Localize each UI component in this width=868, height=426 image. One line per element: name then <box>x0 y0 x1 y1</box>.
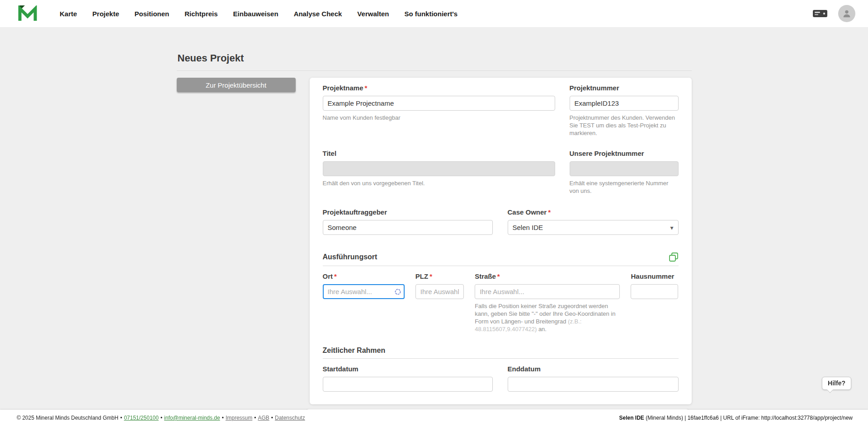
titel-input <box>323 161 555 176</box>
section-title-ausfuehrungsort: Ausführungsort <box>323 253 377 261</box>
projektname-helper: Name vom Kunden festlegbar <box>323 114 555 122</box>
projektauftraggeber-label: Projektauftraggeber <box>323 208 493 216</box>
footer-email-link[interactable]: info@mineral-minds.de <box>164 415 220 421</box>
hausnummer-input[interactable] <box>631 284 678 299</box>
user-avatar[interactable] <box>838 5 855 22</box>
unsere-projektnummer-input <box>570 161 679 176</box>
plz-label: PLZ* <box>415 272 464 281</box>
case-owner-value: Selen IDE <box>513 224 543 231</box>
unsere-projektnummer-helper: Erhält eine systemgenerierte Nummer von … <box>570 179 679 195</box>
titel-label: Titel <box>323 150 555 158</box>
loading-spinner-icon <box>394 288 401 297</box>
main-area: Neues Projekt Zur Projektübersicht Proje… <box>0 27 868 410</box>
hausnummer-label: Hausnummer <box>631 272 678 281</box>
required-asterisk: * <box>429 272 432 280</box>
startdatum-input[interactable] <box>323 377 493 392</box>
person-icon <box>842 9 852 19</box>
projektauftraggeber-input[interactable] <box>323 220 493 235</box>
ort-input[interactable] <box>323 284 405 299</box>
footer-datenschutz-link[interactable]: Datenschutz <box>275 415 305 421</box>
mineral-minds-logo[interactable] <box>18 5 37 22</box>
section-divider <box>323 266 679 266</box>
strasse-helper: Falls die Position keiner Straße zugeord… <box>475 302 620 333</box>
project-overview-button[interactable]: Zur Projektübersicht <box>177 78 296 92</box>
titel-helper: Erhält den von uns vorgegebenen Titel. <box>323 179 555 187</box>
projektname-input[interactable] <box>323 96 555 111</box>
nav-item-analyse-check[interactable]: Analyse Check <box>294 10 342 18</box>
nav-item-verwalten[interactable]: Verwalten <box>357 10 389 18</box>
footer: © 2025 Mineral Minds Deutschland GmbH • … <box>0 410 868 426</box>
projektnummer-label: Projektnummer <box>570 84 679 92</box>
footer-copyright: © 2025 Mineral Minds Deutschland GmbH <box>17 415 118 421</box>
projektnummer-input[interactable] <box>570 96 679 111</box>
unsere-projektnummer-label: Unsere Projektnummer <box>570 150 679 158</box>
footer-session-info: Selen IDE (Mineral Minds) | 16fae1ffc6a6… <box>619 415 853 421</box>
duplicate-location-icon[interactable] <box>669 252 679 262</box>
chevron-down-icon: ▾ <box>670 225 673 231</box>
ort-label: Ort* <box>323 272 405 281</box>
section-title-zeitlicher-rahmen: Zeitlicher Rahmen <box>323 346 386 355</box>
enddatum-label: Enddatum <box>508 365 679 373</box>
required-asterisk: * <box>334 272 337 280</box>
case-owner-label: Case Owner* <box>508 208 679 216</box>
footer-phone-link[interactable]: 07151/250100 <box>124 415 159 421</box>
strasse-input[interactable] <box>475 284 620 299</box>
footer-agb-link[interactable]: AGB <box>258 415 269 421</box>
plz-input[interactable] <box>415 284 464 299</box>
enddatum-input[interactable] <box>508 377 679 392</box>
help-button[interactable]: Hilfe? <box>822 377 851 390</box>
required-asterisk: * <box>548 208 551 216</box>
logo-m-icon <box>18 5 37 22</box>
top-navigation: Karte Projekte Positionen Richtpreis Ein… <box>0 0 868 27</box>
case-owner-select[interactable]: Selen IDE ▾ <box>508 220 679 235</box>
nav-item-einbauweisen[interactable]: Einbauweisen <box>233 10 278 18</box>
title-divider <box>177 70 692 71</box>
new-project-card: Projektname* Name vom Kunden festlegbar … <box>310 78 692 404</box>
startdatum-label: Startdatum <box>323 365 493 373</box>
nav-item-richtpreis[interactable]: Richtpreis <box>184 10 217 18</box>
nav-item-karte[interactable]: Karte <box>60 10 77 18</box>
nav-item-so-funktionierts[interactable]: So funktioniert's <box>404 10 458 18</box>
nav-item-projekte[interactable]: Projekte <box>92 10 119 18</box>
required-asterisk: * <box>497 272 500 280</box>
page-title: Neues Projekt <box>178 52 692 64</box>
projektname-label: Projektname* <box>323 84 555 92</box>
required-asterisk: * <box>365 84 368 92</box>
server-icon[interactable] <box>813 9 827 19</box>
section-divider <box>323 358 679 359</box>
footer-impressum-link[interactable]: Impressum <box>226 415 252 421</box>
main-menu: Karte Projekte Positionen Richtpreis Ein… <box>60 10 458 18</box>
strasse-label: Straße* <box>475 272 620 281</box>
projektnummer-helper: Projektnummer des Kunden. Verwenden Sie … <box>570 114 679 137</box>
nav-item-positionen[interactable]: Positionen <box>135 10 170 18</box>
